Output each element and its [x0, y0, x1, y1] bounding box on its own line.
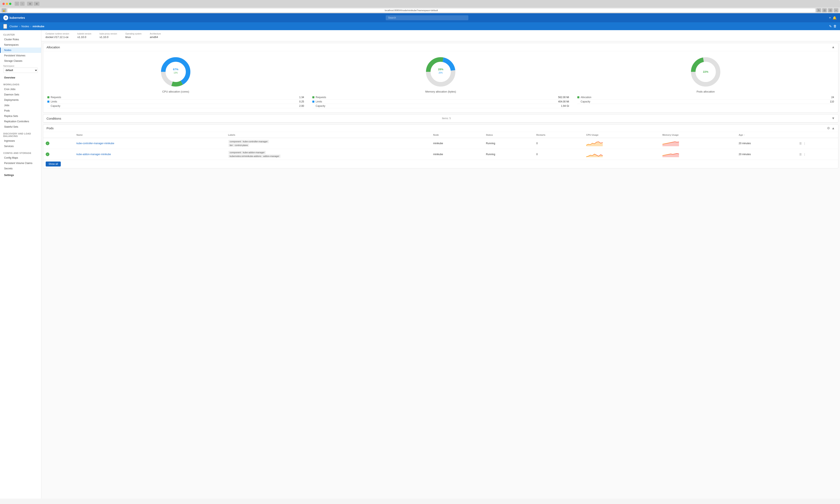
sidebar-section-cluster: Cluster	[0, 32, 41, 37]
sidebar-item-replication-controllers[interactable]: Replication Controllers	[0, 119, 41, 124]
pod-name-link-2[interactable]: kube-addon-manager-minikube	[76, 153, 111, 156]
new-tab-button[interactable]: ⊞	[34, 2, 39, 6]
th-name: Name	[74, 132, 226, 138]
sidebar-item-deployments[interactable]: Deployments	[0, 97, 41, 103]
sidebar-item-secrets[interactable]: Secrets	[0, 166, 41, 171]
filter-button[interactable]: ⚙	[827, 126, 830, 130]
pod-age-cell-1: 20 minutes	[736, 138, 797, 149]
breadcrumb-sep-2: ›	[30, 25, 31, 28]
conditions-toggle[interactable]: ▼	[832, 116, 835, 120]
search-input[interactable]	[386, 15, 468, 20]
sidebar-item-daemon-sets[interactable]: Daemon Sets	[0, 92, 41, 97]
sidebar-item-overview[interactable]: Overview	[0, 74, 41, 80]
sidebar-item-config-maps[interactable]: Config Maps	[0, 155, 41, 161]
pod-menu-1[interactable]: ☰	[799, 142, 802, 145]
sidebar-item-jobs[interactable]: Jobs	[0, 103, 41, 108]
refresh-button[interactable]: ↻	[817, 8, 821, 12]
svg-text:28%: 28%	[438, 68, 443, 71]
running-icon-2: ✓	[46, 152, 49, 156]
sidebar-item-storage-classes[interactable]: Storage Classes	[0, 58, 41, 64]
allocation-header[interactable]: Allocation ▲	[43, 43, 838, 51]
cpu-limits-value: 0.25	[299, 100, 304, 103]
delete-button[interactable]: 🗑	[834, 24, 837, 28]
hamburger-menu[interactable]: ☰	[3, 24, 7, 29]
sidebar-item-ingresses[interactable]: Ingresses	[0, 138, 41, 144]
allocation-title: Allocation	[47, 46, 60, 49]
collapse-button[interactable]: ▲	[832, 126, 835, 130]
header-icons: + 🔔	[829, 16, 837, 20]
sidebar-item-pvc[interactable]: Persistent Volume Claims	[0, 161, 41, 166]
sidebar-item-settings[interactable]: Settings	[0, 173, 41, 178]
pod-labels-cell-1: component : kube-controller-manager tier…	[226, 138, 431, 149]
namespace-label: Namespace	[3, 65, 38, 67]
allocation-section: Allocation ▲	[43, 43, 838, 112]
sidebar-item-pods[interactable]: Pods	[0, 108, 41, 113]
memory-chart-title: Memory allocation (bytes)	[425, 90, 456, 93]
k8s-logo-icon: ⎈	[3, 15, 8, 20]
maximize-button[interactable]	[9, 3, 11, 5]
pod-more-2[interactable]: ⋮	[803, 153, 806, 156]
more-button[interactable]: +	[834, 8, 838, 12]
info-label-arch: Architecture	[150, 33, 161, 35]
sidebar-item-services[interactable]: Services	[0, 144, 41, 149]
pod-status-cell-2: Running	[484, 149, 534, 160]
svg-text:13%: 13%	[174, 72, 178, 74]
cpu-requests-color	[47, 96, 49, 98]
th-age: Age ↑	[736, 132, 797, 138]
allocation-toggle[interactable]: ▲	[832, 45, 835, 49]
sidebar-item-persistent-volumes[interactable]: Persistent Volumes	[0, 53, 41, 58]
pod-name-link-1[interactable]: kube-controller-manager-minikube	[76, 142, 114, 145]
k8s-logo-text: kubernetes	[10, 16, 25, 19]
address-bar-row: 🔒 localhost:8080/#/node/minikube?namespa…	[0, 7, 840, 13]
pods-legend: Allocation 24 Capacity 110	[577, 95, 834, 104]
info-kubelet: kubelet version v1.10.0	[77, 33, 91, 39]
notifications-button[interactable]: 🔔	[833, 16, 837, 20]
close-button[interactable]	[2, 3, 5, 5]
sidebar-item-stateful-sets[interactable]: Stateful Sets	[0, 124, 41, 129]
pod-status-cell-1: Running	[484, 138, 534, 149]
sidebar-item-namespaces[interactable]: Namespaces	[0, 42, 41, 48]
sidebar-item-replica-sets[interactable]: Replica Sets	[0, 113, 41, 119]
conditions-header[interactable]: Conditions Items: 5 ▼	[43, 114, 838, 123]
show-all-button[interactable]: Show all	[46, 162, 61, 166]
pods-donut-chart: 22%	[689, 55, 722, 88]
app-header: ⎈ kubernetes + 🔔	[0, 13, 840, 22]
minimize-button[interactable]	[6, 3, 8, 5]
add-button[interactable]: +	[829, 16, 831, 20]
back-button[interactable]: ‹	[15, 2, 19, 6]
edit-button[interactable]: ✎	[829, 24, 832, 28]
info-arch: Architecture amd64	[150, 33, 161, 39]
pods-capacity-color	[577, 101, 579, 103]
pod-memory-cell-1	[660, 138, 736, 149]
forward-button[interactable]: ›	[20, 2, 24, 6]
memory-limits-label: Limits	[316, 100, 557, 103]
main-content: Container runtime version docker://17.12…	[41, 30, 840, 499]
breadcrumb-cluster[interactable]: Cluster	[10, 25, 18, 28]
pods-table-container: Name Labels Node Status Restarts CPU Usa…	[43, 132, 838, 160]
pod-more-1[interactable]: ⋮	[803, 142, 806, 145]
cpu-capacity-color	[47, 105, 49, 107]
pod-labels-cell-2: component : kube-addon-manager kubernete…	[226, 149, 431, 160]
info-container-runtime: Container runtime version docker://17.12…	[46, 33, 69, 39]
pod-node-cell-2: minikube	[431, 149, 483, 160]
sidebar-item-nodes[interactable]: Nodes	[0, 48, 41, 53]
pod-menu-2[interactable]: ☰	[799, 153, 802, 156]
show-all-container: Show all	[43, 160, 838, 168]
sidebar-item-cron-jobs[interactable]: Cron Jobs	[0, 87, 41, 92]
th-actions	[797, 132, 838, 138]
pod-memory-cell-2	[660, 149, 736, 160]
pods-section-title: Pods	[47, 126, 54, 130]
address-bar[interactable]: localhost:8080/#/node/minikube?namespace…	[7, 8, 815, 12]
breadcrumb-nodes[interactable]: Nodes	[21, 25, 29, 28]
cpu-requests-label: Requests	[51, 96, 298, 99]
namespace-select[interactable]: default kube-system kube-public	[3, 68, 38, 73]
pod-label-tag-2a: component : kube-addon-manager	[228, 151, 266, 154]
sidebar-item-cluster-roles[interactable]: Cluster Roles	[0, 37, 41, 42]
cpu-limits-label: Limits	[51, 100, 298, 103]
bookmark-button[interactable]: ⊡	[822, 8, 827, 12]
pod-label-tag-1b: tier : control-plane	[228, 144, 249, 147]
lock-icon[interactable]: 🔒	[2, 8, 6, 12]
th-restarts: Restarts	[534, 132, 584, 138]
share-button[interactable]: ⊡	[828, 8, 833, 12]
tab-list-button[interactable]: ⊞	[27, 2, 33, 6]
